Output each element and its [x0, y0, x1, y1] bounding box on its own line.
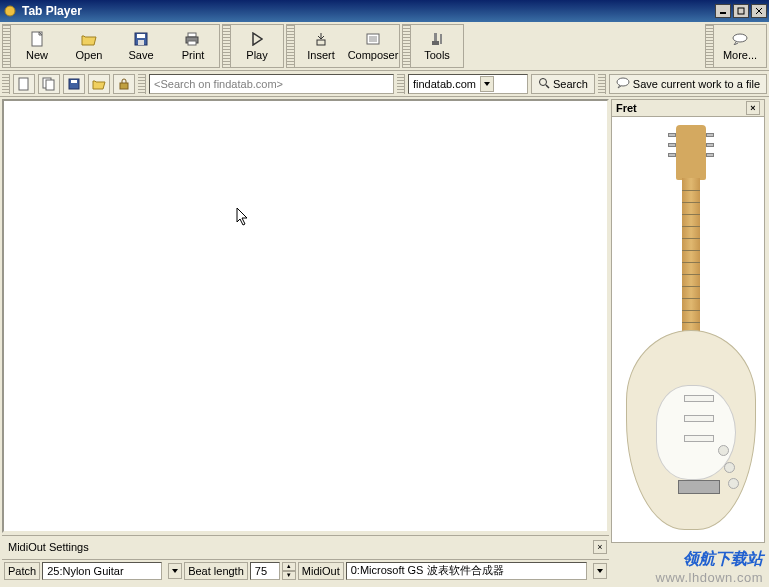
workspace[interactable] [2, 99, 609, 533]
chevron-down-icon[interactable] [168, 563, 182, 579]
print-icon [185, 31, 201, 47]
svg-rect-2 [738, 8, 744, 14]
insert-icon [313, 31, 329, 47]
search-icon [538, 77, 550, 91]
midiout-label: MidiOut [298, 562, 344, 580]
svg-rect-17 [434, 33, 437, 41]
quick-save-button[interactable] [63, 74, 85, 94]
svg-rect-26 [120, 83, 128, 89]
minimize-button[interactable] [715, 4, 731, 18]
search-input[interactable] [149, 74, 394, 94]
fret-panel: Fret × [611, 97, 769, 583]
insert-button[interactable]: Insert [295, 25, 347, 67]
toolbar-grip[interactable] [3, 25, 11, 67]
svg-rect-18 [432, 41, 439, 45]
svg-rect-9 [188, 33, 196, 37]
svg-rect-12 [317, 40, 325, 45]
svg-rect-25 [71, 80, 77, 83]
svg-rect-23 [46, 80, 54, 90]
midiout-dropdown[interactable]: 0:Microsoft GS 波表软件合成器 [346, 562, 587, 580]
quick-copy-button[interactable] [38, 74, 60, 94]
patch-label: Patch [4, 562, 40, 580]
save-work-button[interactable]: Save current work to a file [609, 74, 767, 94]
toolbar-grip[interactable] [403, 25, 411, 67]
play-icon [249, 31, 265, 47]
beat-spinner[interactable]: ▲ ▼ [282, 562, 296, 580]
beat-field[interactable]: 75 [250, 562, 280, 580]
more-button[interactable]: More... [714, 25, 766, 67]
fret-guitar-display[interactable] [611, 117, 765, 543]
main-toolbar: New Open Save Print Play Insert Composer [0, 22, 769, 71]
tools-button[interactable]: Tools [411, 25, 463, 67]
fret-header: Fret × [611, 99, 765, 117]
svg-rect-21 [19, 78, 28, 90]
svg-rect-8 [138, 40, 144, 45]
search-button[interactable]: Search [531, 74, 595, 94]
site-dropdown[interactable]: findatab.com [408, 74, 528, 94]
cursor-icon [236, 207, 250, 231]
print-button[interactable]: Print [167, 25, 219, 67]
toolbar-grip[interactable] [397, 74, 405, 94]
close-button[interactable] [751, 4, 767, 18]
toolbar-grip[interactable] [287, 25, 295, 67]
toolbar-grip[interactable] [223, 25, 231, 67]
beat-label: Beat length [184, 562, 248, 580]
svg-line-28 [546, 85, 549, 88]
quick-open-button[interactable] [88, 74, 110, 94]
chevron-down-icon[interactable] [593, 563, 607, 579]
tools-icon [429, 31, 445, 47]
svg-point-27 [539, 78, 546, 85]
titlebar: Tab Player [0, 0, 769, 22]
maximize-button[interactable] [733, 4, 749, 18]
save-icon [133, 31, 149, 47]
guitar-body [626, 330, 756, 530]
more-icon [732, 31, 748, 47]
chevron-down-icon [480, 76, 494, 92]
open-icon [81, 31, 97, 47]
quick-lock-button[interactable] [113, 74, 135, 94]
svg-point-29 [617, 78, 629, 86]
guitar-headstock [676, 125, 706, 180]
app-icon [2, 3, 18, 19]
new-icon [29, 31, 45, 47]
new-button[interactable]: New [11, 25, 63, 67]
speech-icon [616, 77, 630, 91]
midiout-close-button[interactable]: × [593, 540, 607, 554]
patch-dropdown[interactable]: 25:Nylon Guitar [42, 562, 162, 580]
save-button[interactable]: Save [115, 25, 167, 67]
midiout-title: MidiOut Settings [4, 541, 93, 553]
composer-button[interactable]: Composer [347, 25, 399, 67]
svg-rect-11 [188, 41, 196, 45]
toolbar-grip[interactable] [706, 25, 714, 67]
svg-point-0 [5, 6, 15, 16]
svg-point-20 [733, 34, 747, 42]
toolbar-grip[interactable] [138, 74, 146, 94]
composer-icon [365, 31, 381, 47]
midiout-controls: Patch 25:Nylon Guitar Beat length 75 ▲ ▼… [2, 559, 609, 581]
open-button[interactable]: Open [63, 25, 115, 67]
toolbar-grip[interactable] [2, 74, 10, 94]
guitar-neck [682, 178, 700, 353]
play-button[interactable]: Play [231, 25, 283, 67]
window-title: Tab Player [22, 4, 715, 18]
fret-close-button[interactable]: × [746, 101, 760, 115]
toolbar-grip[interactable] [598, 74, 606, 94]
search-toolbar: findatab.com Search Save current work to… [0, 71, 769, 97]
midiout-settings: MidiOut Settings × [2, 535, 609, 557]
quick-new-button[interactable] [13, 74, 35, 94]
svg-rect-7 [137, 34, 145, 38]
